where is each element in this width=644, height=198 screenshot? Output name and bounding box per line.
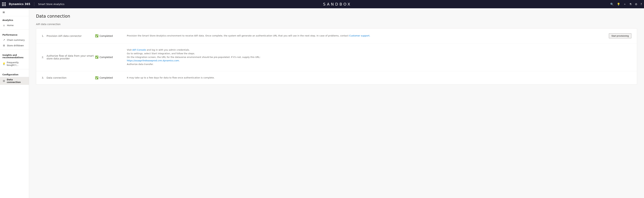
customer-support-link[interactable]: Customer support. [349,34,370,37]
start-provisioning-button[interactable]: Start provisioning [609,33,631,38]
help-icon[interactable]: ? [640,2,642,6]
filter-icon[interactable]: ⚗ [629,2,632,6]
row-2-title: Authorize flow of data from your smart s… [46,54,95,60]
row-2-line-2: Go to settings, select Start integration… [127,52,195,55]
home-icon: ⌂ [2,24,6,27]
row-2-number: 2. [42,56,46,59]
section-label-analytics: Analytics [0,16,29,22]
section-label-configuration: Configuration [0,71,29,77]
sandbox-label: SANDBOX [323,2,352,6]
card-row-2: 2. Authorize flow of data from your smar… [36,43,637,71]
main-content: Data connection AiFi data connection 1. … [29,8,644,198]
dynamics-logo: Dynamics 365 [9,2,30,6]
sidebar-item-chain-label: Chain summary [7,39,25,41]
row-3-description: It may take up to a few days for data to… [123,76,604,80]
row-1-number: 1. [42,34,46,37]
row-2-line-1: Visit [127,48,132,51]
sidebar: ≡ Analytics ⌂ Home Performance ↗ Chain s… [0,8,29,198]
row-2-line-5: Authorize data transfer. [127,63,154,65]
row-3-description-text: It may take up to a few days for data to… [127,76,214,79]
row-3-number: 3. [42,76,46,79]
aifi-console-link[interactable]: AiFi Console [132,48,146,51]
row-2-description: Visit AiFi Console and log in with you a… [123,48,604,66]
sidebar-item-frequently-bought[interactable]: 💡 Frequently bought t... [0,60,29,68]
page-title: Data connection [36,14,637,19]
row-1-description: Provision the Smart Store Analytics envi… [123,34,604,38]
row-1-action: Start provisioning [604,33,631,38]
grid-icon: ⊞ [2,44,6,47]
sidebar-item-frequently-label: Frequently bought t... [7,61,26,66]
sidebar-item-home-label: Home [7,24,14,27]
row-1-description-text: Provision the Smart Store Analytics envi… [127,34,349,37]
row-3-status: ✅ Completed [95,76,123,79]
row-2-line-3: On the integration screen, the URL for t… [127,56,260,58]
waffle-menu[interactable] [2,2,6,6]
row-3-title: Data connection [46,76,95,79]
data-connection-card: 1. Provision AiFi data connector ✅ Compl… [36,28,637,85]
topbar-right: 🔍 💡 ＋ ⚗ ⚙ ? [610,2,642,6]
topbar: Dynamics 365 Smart Store Analytics SANDB… [0,0,644,8]
row-2-line-1b: and log in with you admin credentials. [146,48,190,51]
row-1-title: Provision AiFi data connector [46,34,95,37]
row-2-status: ✅ Completed [95,55,123,59]
section-label-insights: Insights and recommendations [0,51,29,60]
row-1-status-text: Completed [100,34,113,37]
lightbulb-sidebar-icon: 💡 [2,62,5,65]
sidebar-item-chain-summary[interactable]: ↗ Chain summary [0,37,29,43]
section-subtitle: AiFi data connection [36,23,637,25]
chart-icon: ↗ [2,38,6,41]
connection-icon: ⊡ [2,79,5,82]
hamburger-button[interactable]: ≡ [0,8,29,16]
app-name: Smart Store Analytics [38,3,64,5]
card-row-3: 3. Data connection ✅ Completed It may ta… [36,71,637,84]
topbar-divider [34,2,34,6]
topbar-center: SANDBOX [64,2,610,6]
row-1-status: ✅ Completed [95,34,123,37]
hamburger-icon: ≡ [2,10,5,14]
search-icon[interactable]: 🔍 [610,2,614,6]
row-2-check-icon: ✅ [95,55,98,59]
sidebar-item-store-label: Store drilldown [7,44,24,47]
dataverse-url-link[interactable]: https://ssaaprilreleaseprod.crm.dynamics… [127,59,180,62]
lightbulb-icon[interactable]: 💡 [617,2,620,6]
sidebar-item-store-drilldown[interactable]: ⊞ Store drilldown [0,43,29,48]
settings-icon[interactable]: ⚙ [635,2,637,6]
row-2-status-text: Completed [100,56,113,59]
plus-icon[interactable]: ＋ [624,2,626,6]
topbar-left: Dynamics 365 Smart Store Analytics [2,2,64,6]
sidebar-item-data-connection-label: Data connection [7,78,26,83]
card-row-1: 1. Provision AiFi data connector ✅ Compl… [36,28,637,43]
sidebar-item-data-connection[interactable]: ⊡ Data connection [0,77,29,85]
section-label-performance: Performance [0,31,29,37]
row-3-check-icon: ✅ [95,76,98,79]
sidebar-item-home[interactable]: ⌂ Home [0,22,29,28]
row-3-status-text: Completed [100,76,113,79]
row-1-check-icon: ✅ [95,34,98,37]
